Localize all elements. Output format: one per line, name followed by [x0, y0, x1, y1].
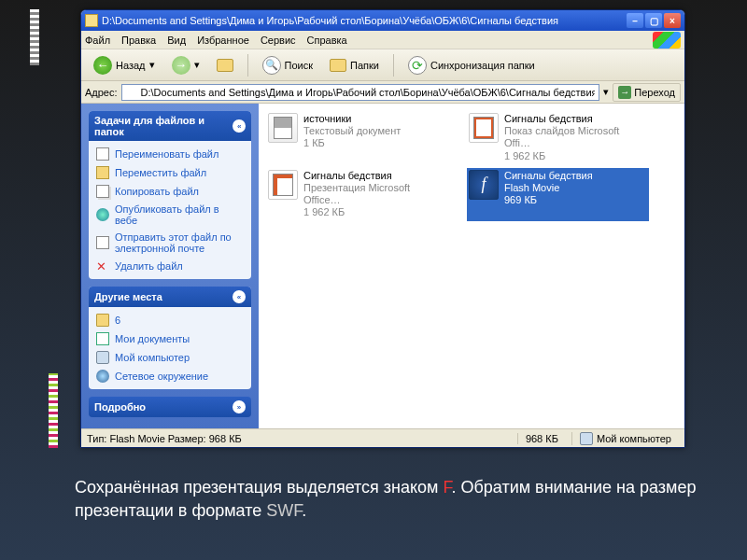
separator [393, 54, 394, 77]
titlebar[interactable]: D:\Documents and Settings\Дима и Игорь\Р… [81, 10, 684, 31]
file-item[interactable]: Сигналы бедствия Презентация Microsoft O… [266, 168, 448, 221]
place-label: 6 [115, 315, 120, 326]
place-mycomputer[interactable]: Мой компьютер [89, 348, 251, 367]
go-label: Переход [634, 87, 675, 98]
back-button[interactable]: ← Назад ▾ [87, 52, 162, 78]
go-button[interactable]: → Переход [613, 83, 681, 102]
slide-caption: Сохранённая презентация выделяется знако… [75, 476, 710, 523]
move-icon [96, 166, 109, 179]
caption-f-letter: F [444, 478, 452, 497]
chevron-down-icon: ▾ [149, 59, 155, 71]
file-size: 969 КБ [504, 194, 593, 206]
computer-icon [96, 351, 109, 364]
menu-edit[interactable]: Правка [121, 35, 156, 46]
panel-header[interactable]: Подробно » [89, 397, 251, 417]
file-type: Flash Movie [504, 182, 593, 194]
menubar: Файл Правка Вид Избранное Сервис Справка [81, 31, 684, 49]
menu-favorites[interactable]: Избранное [197, 35, 249, 46]
decorative-stripe [30, 9, 39, 65]
file-name: Сигналы бедствия [303, 170, 446, 182]
delete-icon: ✕ [96, 259, 109, 273]
slide: D:\Documents and Settings\Дима и Игорь\Р… [0, 0, 747, 560]
task-publish[interactable]: Опубликовать файл в вебе [89, 201, 251, 229]
task-label: Копировать файл [115, 186, 199, 197]
task-email[interactable]: Отправить этот файл по электронной почте [89, 229, 251, 257]
search-label: Поиск [285, 60, 313, 71]
place-parent-folder[interactable]: 6 [89, 311, 251, 329]
file-item[interactable]: Сигналы бедствия Flash Movie 969 КБ [467, 168, 649, 221]
file-name: Сигналы бедствия [504, 170, 593, 182]
status-size: 968 КБ [526, 433, 558, 444]
explorer-window: D:\Documents and Settings\Дима и Игорь\Р… [80, 9, 685, 448]
documents-icon [96, 332, 109, 345]
menu-file[interactable]: Файл [85, 35, 110, 46]
address-bar: Адрес: ▾ → Переход [81, 81, 684, 104]
folder-icon [85, 14, 98, 27]
status-info: Тип: Flash Movie Размер: 968 КБ [87, 433, 242, 444]
task-rename[interactable]: Переименовать файл [89, 145, 251, 163]
folders-button[interactable]: Папки [323, 55, 386, 76]
globe-icon [96, 208, 109, 221]
file-tasks-panel: Задачи для файлов и папок « Переименоват… [89, 111, 251, 279]
place-network[interactable]: Сетевое окружение [89, 367, 251, 385]
address-input[interactable] [121, 84, 600, 101]
place-label: Мой компьютер [115, 352, 190, 363]
other-places-panel: Другие места « 6 Мои документы Мой компь… [89, 287, 251, 389]
file-item[interactable]: источники Текстовый документ 1 КБ [266, 111, 448, 164]
task-copy[interactable]: Копировать файл [89, 182, 251, 201]
separator [247, 54, 248, 77]
search-icon [262, 56, 281, 75]
caption-text: Сохранённая презентация выделяется знако… [75, 478, 444, 497]
go-arrow-icon: → [618, 86, 631, 99]
search-button[interactable]: Поиск [256, 52, 319, 78]
file-list[interactable]: источники Текстовый документ 1 КБ Сигнал… [259, 104, 684, 428]
menu-help[interactable]: Справка [307, 35, 347, 46]
back-label: Назад [116, 60, 146, 71]
toolbar: ← Назад ▾ → ▾ Поиск Папки ⟳ [81, 49, 684, 81]
place-mydocs[interactable]: Мои документы [89, 329, 251, 348]
details-panel: Подробно » [89, 397, 251, 417]
minimize-button[interactable]: – [627, 13, 643, 28]
panel-title: Задачи для файлов и папок [94, 115, 233, 137]
file-item[interactable]: Сигналы бедствия Показ слайдов Microsoft… [467, 111, 649, 164]
ppt-file-icon [268, 170, 298, 200]
copy-icon [96, 185, 109, 198]
task-label: Переместить файл [115, 167, 206, 178]
address-label: Адрес: [85, 87, 118, 98]
file-name: источники [303, 113, 401, 125]
panel-header[interactable]: Другие места « [89, 287, 251, 307]
windows-logo-icon [653, 32, 681, 49]
menu-tools[interactable]: Сервис [261, 35, 296, 46]
place-label: Мои документы [115, 333, 190, 344]
maximize-button[interactable]: ▢ [645, 13, 662, 28]
close-button[interactable]: × [664, 13, 681, 28]
panel-title: Подробно [94, 401, 146, 413]
file-size: 1 КБ [303, 137, 401, 149]
sync-button[interactable]: ⟳ Синхронизация папки [402, 52, 542, 78]
caption-text: . [302, 501, 306, 520]
panel-header[interactable]: Задачи для файлов и папок « [89, 111, 251, 141]
menu-view[interactable]: Вид [167, 35, 186, 46]
file-type: Текстовый документ [303, 125, 401, 137]
mail-icon [96, 236, 109, 249]
task-label: Отправить этот файл по электронной почте [115, 231, 244, 254]
chevron-down-icon: ▾ [194, 59, 200, 71]
folder-icon [96, 314, 109, 327]
task-move[interactable]: Переместить файл [89, 163, 251, 182]
file-name: Сигналы бедствия [504, 113, 647, 125]
dropdown-arrow-icon[interactable]: ▾ [603, 86, 609, 98]
task-label: Опубликовать файл в вебе [115, 203, 244, 226]
up-button[interactable] [210, 55, 240, 76]
task-label: Удалить файл [115, 260, 183, 272]
task-label: Переименовать файл [115, 148, 218, 160]
collapse-icon: « [233, 290, 246, 303]
collapse-icon: « [233, 119, 246, 133]
decorative-stripe-2 [49, 373, 58, 448]
forward-button[interactable]: → ▾ [165, 52, 206, 78]
file-type: Презентация Microsoft Office… [303, 182, 446, 206]
sync-icon: ⟳ [408, 56, 427, 75]
file-type: Показ слайдов Microsoft Offi… [504, 125, 647, 149]
caption-swf: SWF [266, 501, 302, 520]
status-bar: Тип: Flash Movie Размер: 968 КБ 968 КБ М… [81, 428, 684, 447]
task-delete[interactable]: ✕Удалить файл [89, 257, 251, 275]
